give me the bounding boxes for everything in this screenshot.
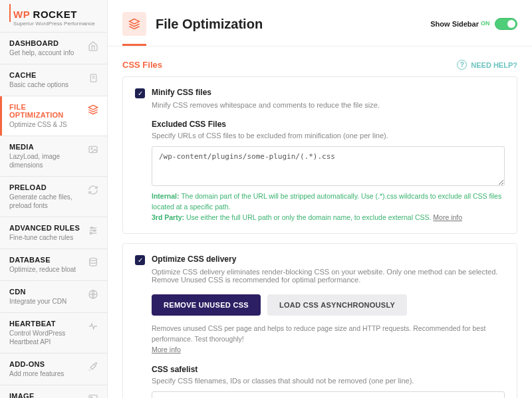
toggle-on-label: ON [481, 20, 490, 27]
excluded-css-desc: Specify URLs of CSS files to be excluded… [152, 132, 505, 140]
sidebar-item-desc: Basic cache options [9, 80, 82, 89]
sidebar-item-file-optimization[interactable]: FILE OPTIMIZATIONOptimize CSS & JS [0, 96, 107, 136]
heartbeat-icon [87, 320, 99, 332]
sliders-icon [87, 225, 99, 237]
section-header: CSS Files ? NEED HELP? [108, 47, 532, 76]
sidebar-item-desc: Fine-tune cache rules [9, 233, 82, 242]
optimize-css-desc: Optimize CSS delivery eliminates render-… [135, 268, 505, 284]
sidebar-item-desc: Get help, account info [9, 49, 82, 57]
sidebar-item-label: CACHE [9, 71, 82, 79]
picture-icon [87, 393, 99, 398]
layers-icon [122, 12, 146, 36]
sidebar-item-label: MEDIA [9, 143, 82, 151]
show-sidebar-toggle[interactable]: ON [495, 18, 517, 30]
remove-unused-desc-text: Removes unused CSS per page and helps to… [152, 324, 485, 343]
sidebar-item-preload[interactable]: PRELOADGenerate cache files, preload fon… [0, 176, 107, 217]
remove-unused-desc: Removes unused CSS per page and helps to… [152, 324, 505, 355]
sidebar-item-label: DATABASE [9, 256, 82, 264]
hint-3p-text: Use either the full URL path or only the… [184, 213, 433, 221]
sidebar-item-image-optimization[interactable]: IMAGE OPTIMIZATION [0, 385, 107, 398]
optimize-css-label: Optimize CSS delivery [152, 254, 236, 264]
sidebar-item-desc: Control WordPress Heartbeat API [9, 329, 82, 346]
minify-css-checkbox[interactable]: ✓ [135, 88, 145, 98]
sidebar-item-dashboard[interactable]: DASHBOARDGet help, account info [0, 32, 107, 64]
section-title: CSS Files [122, 60, 457, 70]
css-safelist-desc: Specify CSS filenames, IDs or classes th… [152, 377, 505, 385]
image-icon [87, 144, 99, 155]
sidebar-item-cdn[interactable]: CDNIntegrate your CDN [0, 280, 107, 312]
rocket-icon [87, 361, 99, 373]
remove-unused-css-button[interactable]: REMOVE UNUSED CSS [152, 294, 261, 316]
home-icon [87, 40, 99, 52]
sidebar: WP ROCKET Superior WordPress Performance… [0, 0, 108, 398]
svg-point-12 [90, 258, 97, 260]
hint-3p-tag: 3rd Party: [152, 213, 184, 221]
svg-marker-3 [88, 105, 97, 110]
need-help-link[interactable]: ? NEED HELP? [457, 60, 517, 70]
optimize-css-card: ✓ Optimize CSS delivery Optimize CSS del… [122, 243, 517, 398]
excluded-css-textarea[interactable]: /wp-content/plugins/some-plugin/(.*).css [152, 146, 505, 186]
brand-logo: WP ROCKET Superior WordPress Performance [0, 0, 107, 32]
brand-wp: WP [13, 9, 30, 20]
sidebar-item-desc: Generate cache files, preload fonts [9, 193, 82, 210]
sidebar-item-heartbeat[interactable]: HEARTBEATControl WordPress Heartbeat API [0, 312, 107, 353]
sidebar-item-label: IMAGE OPTIMIZATION [9, 392, 82, 398]
minify-css-card: ✓ Minify CSS files Minify CSS removes wh… [122, 76, 517, 234]
minify-css-label: Minify CSS files [152, 88, 211, 97]
svg-marker-16 [130, 19, 140, 25]
sidebar-item-advanced-rules[interactable]: ADVANCED RULESFine-tune cache rules [0, 217, 107, 249]
show-sidebar-label: Show Sidebar [430, 20, 479, 28]
sidebar-item-label: FILE OPTIMIZATION [9, 103, 82, 119]
brand-tagline: Superior WordPress Performance [13, 21, 95, 27]
main-content: File Optimization Show Sidebar ON CSS Fi… [108, 0, 532, 398]
svg-point-5 [91, 148, 92, 149]
sidebar-item-label: DASHBOARD [9, 39, 82, 47]
sidebar-item-desc: Optimize, reduce bloat [9, 265, 82, 274]
page-title: File Optimization [156, 17, 421, 32]
sidebar-item-addons[interactable]: ADD-ONSAdd more features [0, 353, 107, 385]
sidebar-item-label: HEARTBEAT [9, 320, 82, 328]
globe-icon [87, 288, 99, 300]
css-safelist-label: CSS safelist [152, 365, 505, 374]
sidebar-item-desc: LazyLoad, image dimensions [9, 152, 82, 169]
sidebar-item-label: ADD-ONS [9, 360, 82, 368]
sidebar-item-label: CDN [9, 288, 82, 296]
sidebar-item-desc: Optimize CSS & JS [9, 120, 82, 129]
file-icon [87, 72, 99, 84]
database-icon [87, 256, 99, 268]
sidebar-item-desc: Add more features [9, 369, 82, 378]
svg-rect-4 [89, 146, 97, 152]
minify-css-desc: Minify CSS removes whitespace and commen… [135, 101, 505, 109]
need-help-label: NEED HELP? [471, 61, 517, 69]
excluded-css-label: Excluded CSS Files [152, 120, 505, 129]
load-css-async-button[interactable]: LOAD CSS ASYNCHRONOUSLY [267, 294, 407, 316]
sidebar-item-desc: Integrate your CDN [9, 297, 82, 306]
sidebar-item-database[interactable]: DATABASEOptimize, reduce bloat [0, 249, 107, 280]
sidebar-item-label: ADVANCED RULES [9, 224, 82, 232]
logo-stripe-icon [9, 4, 11, 22]
sidebar-item-media[interactable]: MEDIALazyLoad, image dimensions [0, 136, 107, 176]
optimize-css-checkbox[interactable]: ✓ [135, 255, 145, 265]
sidebar-item-cache[interactable]: CACHEBasic cache options [0, 64, 107, 96]
sidebar-item-label: PRELOAD [9, 183, 82, 191]
refresh-icon [87, 184, 99, 196]
help-icon: ? [457, 60, 467, 70]
hint-internal-tag: Internal: [152, 192, 179, 200]
layers-icon [87, 104, 99, 116]
more-info-link[interactable]: More info [433, 213, 462, 221]
page-header: File Optimization Show Sidebar ON [108, 0, 532, 36]
css-safelist-textarea[interactable]: /wp-content/plugins/some-plugin/(.*).css… [152, 391, 505, 399]
toggle-knob-icon [507, 20, 515, 28]
brand-rocket: ROCKET [33, 9, 77, 20]
hint-internal-text: The domain part of the URL will be strip… [152, 192, 501, 211]
more-info-link[interactable]: More info [152, 346, 181, 353]
excluded-hint: Internal: The domain part of the URL wil… [152, 191, 505, 223]
